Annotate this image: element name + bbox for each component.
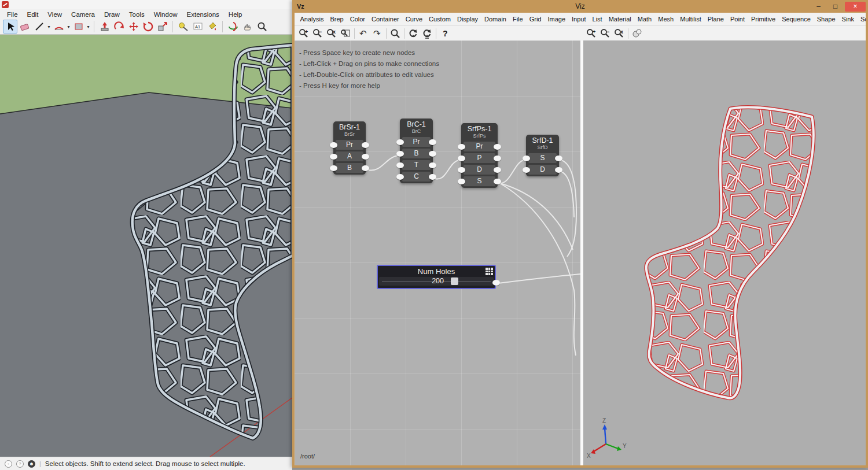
zoom-selected-tool-icon[interactable]: x: [325, 27, 339, 40]
sketchup-3d-viewport[interactable]: [0, 35, 292, 457]
viz-menu-analysis[interactable]: Analysis: [297, 16, 327, 23]
menu-window[interactable]: Window: [149, 11, 182, 18]
node-header[interactable]: BrSr-1BrSr: [333, 121, 366, 138]
output-pin[interactable]: [429, 139, 436, 145]
viz-menu-plane[interactable]: Plane: [704, 16, 727, 23]
zoom-page-tool-icon[interactable]: [339, 27, 352, 40]
slider-handle[interactable]: [451, 277, 458, 285]
viz-menu-sink[interactable]: Sink: [838, 16, 857, 23]
viz-menu-point[interactable]: Point: [727, 16, 748, 23]
output-pin[interactable]: [555, 167, 562, 173]
viz-menu-multilist[interactable]: Multilist: [677, 16, 705, 23]
viz-3d-viewport[interactable]: Z X Y: [583, 40, 866, 465]
menu-view[interactable]: View: [43, 11, 67, 18]
zoom-out-tool-icon[interactable]: −: [311, 27, 325, 40]
input-pin[interactable]: [523, 156, 530, 161]
output-pin[interactable]: [494, 144, 501, 150]
node-header[interactable]: BrC-1BrC: [400, 119, 433, 135]
tool-dropdown-caret[interactable]: ▾: [86, 24, 91, 29]
eraser-tool-icon[interactable]: [17, 20, 32, 34]
zoom-in-tool-icon[interactable]: +: [297, 27, 311, 40]
viz-menu-brep[interactable]: Brep: [327, 16, 347, 23]
output-pin[interactable]: [429, 162, 436, 168]
recompute-all-tool-icon[interactable]: [420, 27, 434, 40]
menu-camera[interactable]: Camera: [67, 11, 100, 18]
output-pin[interactable]: [429, 151, 436, 157]
move-tool-icon[interactable]: [126, 20, 141, 34]
geolocation-icon[interactable]: ◦: [5, 460, 12, 468]
zoom-tool-icon[interactable]: [388, 27, 402, 40]
slider-track[interactable]: 200: [379, 277, 494, 286]
node-attribute-b[interactable]: B: [402, 149, 431, 158]
output-pin[interactable]: [429, 174, 436, 180]
viz-menu-material[interactable]: Material: [605, 16, 634, 23]
menu-tools[interactable]: Tools: [124, 11, 149, 18]
minimize-button[interactable]: –: [810, 2, 827, 12]
node-attribute-a[interactable]: A: [336, 151, 363, 161]
viz-menu-custom[interactable]: Custom: [426, 16, 454, 23]
viz-titlebar[interactable]: Vz Viz – □ ×: [292, 0, 868, 13]
output-pin[interactable]: [494, 167, 501, 173]
node-srfps-1[interactable]: SrfPs-1SrfPsPrPDS: [461, 123, 498, 188]
node-attribute-c[interactable]: C: [402, 172, 431, 182]
zoom-selected-tool-icon[interactable]: x: [612, 27, 626, 40]
zoom-out-tool-icon[interactable]: −: [598, 27, 612, 40]
node-attribute-pr[interactable]: Pr: [464, 142, 495, 151]
undo-tool-icon[interactable]: ↶: [356, 27, 370, 40]
node-editor-canvas[interactable]: - Press Space key to create new nodes- L…: [295, 40, 580, 465]
rectangle-tool-icon[interactable]: [71, 20, 86, 34]
pushpull-tool-icon[interactable]: [97, 20, 112, 34]
viz-menu-mesh[interactable]: Mesh: [655, 16, 677, 23]
viz-menu-container[interactable]: Container: [369, 16, 403, 23]
output-pin[interactable]: [494, 156, 501, 161]
viz-menu-file[interactable]: File: [509, 16, 526, 23]
input-pin[interactable]: [396, 139, 404, 145]
output-pin[interactable]: [362, 165, 369, 171]
help-tool-icon[interactable]: ?: [438, 27, 452, 40]
viz-menu-curve[interactable]: Curve: [402, 16, 425, 23]
node-attribute-pr[interactable]: Pr: [402, 137, 431, 147]
node-header[interactable]: SrfPs-1SrfPs: [461, 123, 498, 140]
input-pin[interactable]: [330, 154, 337, 160]
input-pin[interactable]: [458, 179, 465, 184]
node-attribute-d[interactable]: D: [528, 165, 557, 175]
input-pin[interactable]: [330, 165, 337, 171]
zoom-in-tool-icon[interactable]: +: [584, 27, 598, 40]
viz-menu-grid[interactable]: Grid: [526, 16, 545, 23]
viz-menu-math[interactable]: Math: [634, 16, 654, 23]
input-pin[interactable]: [396, 162, 404, 168]
node-attribute-t[interactable]: T: [402, 160, 431, 170]
viz-menu-shape[interactable]: Shape: [814, 16, 838, 23]
redo-tool-icon[interactable]: ↷: [370, 27, 384, 40]
node-attribute-pr[interactable]: Pr: [336, 140, 363, 150]
input-pin[interactable]: [458, 144, 465, 150]
output-pin[interactable]: [362, 154, 369, 160]
slider-output-pin[interactable]: [492, 280, 500, 286]
viz-menu-color[interactable]: Color: [347, 16, 368, 23]
viz-menu-primitive[interactable]: Primitive: [748, 16, 779, 23]
input-pin[interactable]: [458, 167, 465, 173]
menu-edit[interactable]: Edit: [23, 11, 43, 18]
viz-menu-sequence[interactable]: Sequence: [779, 16, 814, 23]
scale-tool-icon[interactable]: [155, 20, 170, 34]
viz-menu-input[interactable]: Input: [569, 16, 589, 23]
viz-menu-list[interactable]: List: [589, 16, 605, 23]
output-pin[interactable]: [362, 142, 369, 148]
close-button[interactable]: ×: [845, 2, 866, 12]
account-icon[interactable]: ☻: [28, 460, 35, 468]
viz-menu-image[interactable]: Image: [545, 16, 569, 23]
arc-tool-icon[interactable]: [52, 20, 66, 34]
viz-menu-source[interactable]: Source: [857, 16, 866, 23]
node-brsr-1[interactable]: BrSr-1BrSrPrAB: [333, 121, 366, 175]
help-circle-icon[interactable]: ?: [16, 460, 24, 468]
recompute-tool-icon[interactable]: [406, 27, 420, 40]
input-pin[interactable]: [396, 151, 404, 157]
tool-dropdown-caret[interactable]: ▾: [66, 24, 71, 29]
menu-extensions[interactable]: Extensions: [182, 11, 224, 18]
output-pin[interactable]: [494, 179, 501, 184]
pan-tool-icon[interactable]: [240, 20, 255, 34]
sketchup-titlebar[interactable]: [0, 0, 292, 9]
output-pin[interactable]: [555, 156, 562, 161]
node-attribute-s[interactable]: S: [528, 153, 557, 163]
node-attribute-b[interactable]: B: [336, 163, 363, 173]
